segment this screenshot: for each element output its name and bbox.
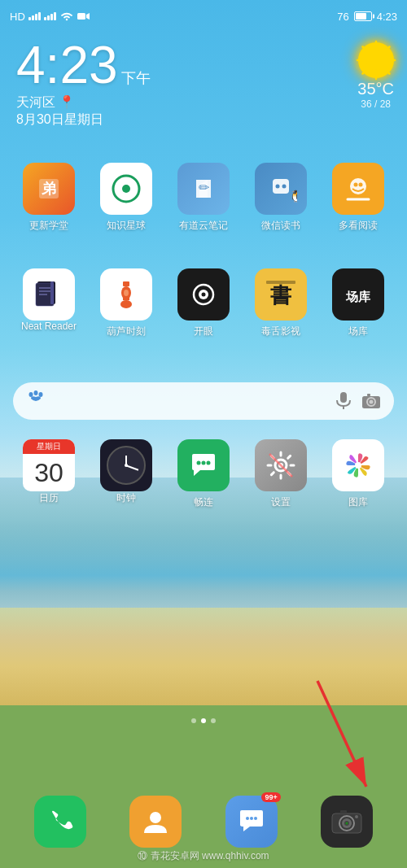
- svg-rect-37: [266, 281, 295, 284]
- location-pin: 📍: [59, 95, 75, 109]
- dot-2: [201, 718, 206, 723]
- app-label-neat: Neat Reader: [21, 321, 77, 332]
- app-hulu[interactable]: 葫芦时刻: [94, 268, 159, 338]
- app-icon-gengxin: 弟: [23, 163, 75, 215]
- app-weixin[interactable]: 🐧 微信读书: [248, 163, 313, 233]
- app-label-youdao: 有道云笔记: [179, 219, 228, 233]
- app-label-calendar: 日历: [39, 491, 59, 505]
- svg-text:场库: 场库: [345, 290, 371, 303]
- app-grid-row1: 弟 更新学堂 ○ 知识星球 ✏ 有道云笔记: [0, 163, 407, 233]
- app-messages[interactable]: 99+: [219, 796, 284, 852]
- svg-point-41: [39, 392, 43, 397]
- svg-line-59: [288, 456, 291, 458]
- wallpaper: [0, 0, 407, 868]
- app-kaian[interactable]: 开眼: [171, 268, 236, 338]
- app-icon-calendar: 星期日 30: [23, 439, 75, 491]
- search-paw-icon: [26, 389, 46, 413]
- svg-point-32: [124, 290, 129, 296]
- app-label-pandatv: 毒舌影视: [261, 325, 300, 338]
- calendar-date: 30: [23, 454, 75, 491]
- temp-range: 36 / 28: [361, 98, 391, 110]
- app-icon-gallery: [332, 439, 384, 491]
- svg-point-68: [254, 817, 257, 820]
- app-contacts[interactable]: [123, 796, 188, 852]
- app-icon-contacts: [129, 796, 182, 848]
- svg-point-49: [202, 461, 206, 465]
- battery-icon: [354, 11, 372, 21]
- svg-line-6: [362, 47, 365, 50]
- app-clock[interactable]: 时钟: [94, 439, 159, 509]
- svg-text:弟: 弟: [42, 181, 56, 197]
- svg-point-62: [355, 462, 361, 469]
- main-clock: 4:23: [16, 39, 118, 91]
- clock-face: [107, 446, 146, 485]
- app-settings[interactable]: 设置: [248, 439, 313, 509]
- svg-point-20: [354, 183, 358, 187]
- temperature: 35°C: [357, 80, 394, 98]
- date-location: 天河区 📍 8月30日星期日: [16, 94, 151, 129]
- svg-line-8: [387, 47, 389, 50]
- app-icon-youdao: ✏: [177, 163, 230, 215]
- calendar-header: 星期日: [23, 439, 75, 454]
- bottom-dock: 99+: [0, 796, 407, 852]
- app-neat[interactable]: Neat Reader: [16, 268, 81, 338]
- svg-point-31: [120, 300, 132, 308]
- app-label-hulu: 葫芦时刻: [107, 325, 146, 338]
- app-label-messaging: 畅连: [194, 495, 213, 509]
- app-camera[interactable]: [314, 796, 379, 852]
- page-dots: [191, 718, 216, 723]
- svg-rect-28: [123, 281, 129, 286]
- app-gallery[interactable]: 图库: [326, 439, 391, 509]
- app-calendar[interactable]: 星期日 30 日历: [16, 439, 81, 509]
- svg-point-35: [202, 293, 206, 297]
- watermark: ⑩ 青花安卓网 www.qhhiv.com: [138, 849, 269, 863]
- app-label-changku: 场库: [348, 325, 368, 338]
- time-status: 4:23: [377, 11, 397, 23]
- app-changku[interactable]: 场库 场库: [326, 268, 391, 338]
- app-icon-messaging: [177, 439, 230, 491]
- svg-line-9: [362, 72, 365, 74]
- app-label-clock: 时钟: [116, 491, 136, 505]
- app-zhishi[interactable]: ○ 知识星球: [94, 163, 159, 233]
- svg-point-16: [276, 185, 280, 189]
- svg-line-60: [271, 473, 274, 475]
- battery-percent: 76: [337, 11, 348, 23]
- sun-rays: [356, 40, 396, 81]
- weather-section: 35°C 36 / 28: [357, 42, 394, 110]
- svg-point-66: [246, 817, 249, 820]
- app-label-weixin: 微信读书: [261, 219, 300, 233]
- app-gengxin[interactable]: 弟 更新学堂: [16, 163, 81, 233]
- svg-point-1: [366, 50, 386, 70]
- signal2: [44, 12, 56, 20]
- app-icon-neat: [23, 268, 75, 321]
- mic-icon[interactable]: [335, 391, 352, 411]
- app-label-duokan: 多看阅读: [339, 219, 378, 233]
- app-duokan[interactable]: 多看阅读: [326, 163, 391, 233]
- app-pandatv[interactable]: 書 毒舌影视: [248, 268, 313, 338]
- app-phone[interactable]: [28, 796, 93, 852]
- app-youdao[interactable]: ✏ 有道云笔记: [171, 163, 236, 233]
- app-icon-camera: [321, 796, 373, 848]
- svg-text:🐧: 🐧: [289, 190, 297, 203]
- dock-grid: 星期日 30 日历 时钟 畅连: [0, 439, 407, 509]
- status-right: 76 4:23: [337, 11, 397, 23]
- app-icon-settings: [255, 439, 307, 491]
- svg-point-39: [29, 392, 33, 397]
- svg-point-48: [197, 461, 201, 465]
- app-icon-kaian: [177, 268, 230, 321]
- svg-point-21: [359, 183, 363, 187]
- svg-point-17: [282, 185, 287, 189]
- app-messaging[interactable]: 畅连: [171, 439, 236, 509]
- app-icon-duokan: [332, 163, 384, 215]
- clock-section: 4:23 下午 天河区 📍 8月30日星期日: [16, 39, 151, 129]
- video-icon: [77, 11, 90, 21]
- app-label-gengxin: 更新学堂: [29, 219, 68, 233]
- signal1: [28, 12, 41, 20]
- camera-search-icon[interactable]: [361, 393, 381, 409]
- search-bar[interactable]: [13, 382, 394, 420]
- dot-1: [191, 718, 196, 723]
- wifi-icon: [59, 11, 74, 22]
- hd-label: HD: [10, 11, 25, 23]
- location-text: 天河区: [16, 95, 55, 109]
- status-left: HD: [10, 11, 90, 23]
